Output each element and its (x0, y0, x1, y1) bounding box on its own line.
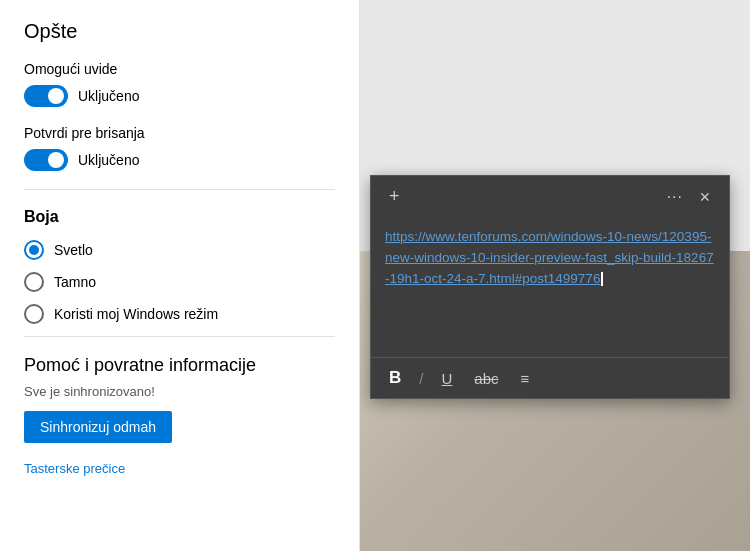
insights-toggle[interactable] (24, 85, 68, 107)
confirm-label: Potvrdi pre brisanja (24, 125, 335, 141)
radio-dark-label: Tamno (54, 274, 96, 290)
popup-link-text[interactable]: https://www.tenforums.com/windows-10-new… (385, 229, 714, 286)
general-section-title: Opšte (24, 20, 335, 43)
confirm-toggle[interactable] (24, 149, 68, 171)
popup-header-right: ··· ✕ (661, 186, 717, 208)
radio-light[interactable]: Svetlo (24, 240, 335, 260)
popup-close-button[interactable]: ✕ (693, 187, 717, 207)
format-bold-button[interactable]: B (385, 366, 405, 390)
text-cursor (601, 272, 603, 286)
insights-toggle-text: Uključeno (78, 88, 139, 104)
popup-header: + ··· ✕ (371, 176, 729, 217)
confirm-toggle-text: Uključeno (78, 152, 139, 168)
keyboard-shortcuts-link[interactable]: Tasterske prečice (24, 461, 125, 476)
radio-dark[interactable]: Tamno (24, 272, 335, 292)
insights-toggle-row: Uključeno (24, 85, 335, 107)
format-list-button[interactable]: ≡ (516, 368, 533, 389)
sync-status: Sve je sinhronizovano! (24, 384, 335, 399)
radio-windows-input[interactable] (24, 304, 44, 324)
popup-add-button[interactable]: + (383, 184, 406, 209)
popup-footer: B / U abc ≡ (371, 357, 729, 398)
radio-light-label: Svetlo (54, 242, 93, 258)
radio-windows-label: Koristi moj Windows režim (54, 306, 218, 322)
format-separator: / (419, 370, 423, 387)
divider-2 (24, 336, 335, 337)
format-strikethrough-button[interactable]: abc (470, 368, 502, 389)
radio-light-input[interactable] (24, 240, 44, 260)
color-section-title: Boja (24, 208, 335, 226)
divider-1 (24, 189, 335, 190)
popup-header-left: + (383, 184, 406, 209)
link-popup: + ··· ✕ https://www.tenforums.com/window… (370, 175, 730, 399)
help-section-title: Pomoć i povratne informacije (24, 355, 335, 376)
right-panel: + ··· ✕ https://www.tenforums.com/window… (360, 0, 750, 551)
format-underline-button[interactable]: U (437, 368, 456, 389)
radio-windows[interactable]: Koristi moj Windows režim (24, 304, 335, 324)
popup-body: https://www.tenforums.com/windows-10-new… (371, 217, 729, 357)
insights-label: Omogući uvide (24, 61, 335, 77)
confirm-toggle-row: Uključeno (24, 149, 335, 171)
settings-panel: Opšte Omogući uvide Uključeno Potvrdi pr… (0, 0, 360, 551)
radio-dark-input[interactable] (24, 272, 44, 292)
popup-more-button[interactable]: ··· (661, 186, 689, 208)
sync-button[interactable]: Sinhronizuj odmah (24, 411, 172, 443)
